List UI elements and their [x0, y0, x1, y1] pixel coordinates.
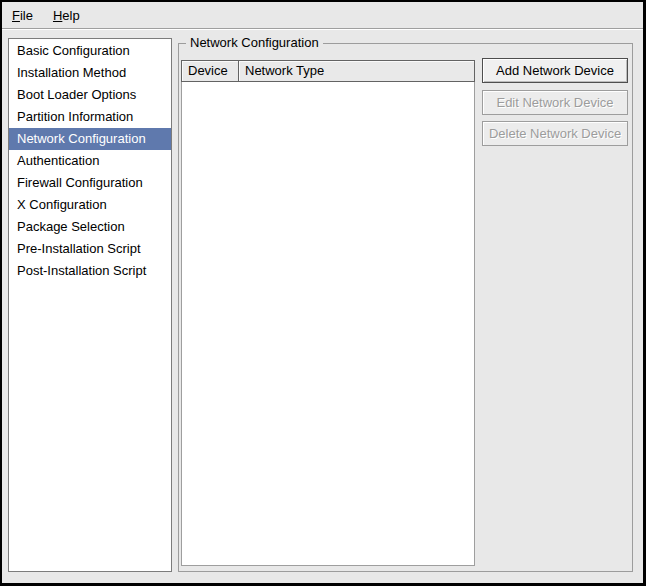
sidebar-item-firewall-configuration[interactable]: Firewall Configuration — [9, 172, 171, 194]
network-device-table: Device Network Type — [181, 60, 475, 566]
window-body: File Help Basic Configuration Installati… — [2, 2, 643, 583]
sidebar-item-authentication[interactable]: Authentication — [9, 150, 171, 172]
menu-help-accel: H — [53, 8, 62, 23]
sidebar-item-basic-configuration[interactable]: Basic Configuration — [9, 40, 171, 62]
column-header-network-type[interactable]: Network Type — [238, 60, 475, 82]
sidebar-item-network-configuration[interactable]: Network Configuration — [9, 128, 171, 150]
frame-title: Network Configuration — [186, 35, 323, 51]
menu-file-accel: F — [12, 8, 20, 23]
menu-help-rest: elp — [62, 8, 79, 23]
column-header-device[interactable]: Device — [181, 60, 239, 82]
sidebar-item-boot-loader-options[interactable]: Boot Loader Options — [9, 84, 171, 106]
sidebar-item-package-selection[interactable]: Package Selection — [9, 216, 171, 238]
edit-network-device-button[interactable]: Edit Network Device — [482, 90, 628, 115]
sidebar-item-installation-method[interactable]: Installation Method — [9, 62, 171, 84]
menu-file-rest: ile — [20, 8, 33, 23]
sidebar-item-pre-installation-script[interactable]: Pre-Installation Script — [9, 238, 171, 260]
delete-network-device-button[interactable]: Delete Network Device — [482, 121, 628, 146]
add-network-device-button[interactable]: Add Network Device — [482, 58, 628, 83]
sidebar-item-partition-information[interactable]: Partition Information — [9, 106, 171, 128]
network-device-list — [182, 82, 474, 565]
category-list: Basic Configuration Installation Method … — [8, 38, 172, 572]
menu-help[interactable]: Help — [43, 4, 90, 27]
menu-file[interactable]: File — [2, 4, 43, 27]
sidebar-item-post-installation-script[interactable]: Post-Installation Script — [9, 260, 171, 282]
menu-bar: File Help — [2, 2, 643, 29]
table-header-row: Device Network Type — [181, 60, 475, 82]
app-window: File Help Basic Configuration Installati… — [0, 0, 646, 586]
sidebar-item-x-configuration[interactable]: X Configuration — [9, 194, 171, 216]
